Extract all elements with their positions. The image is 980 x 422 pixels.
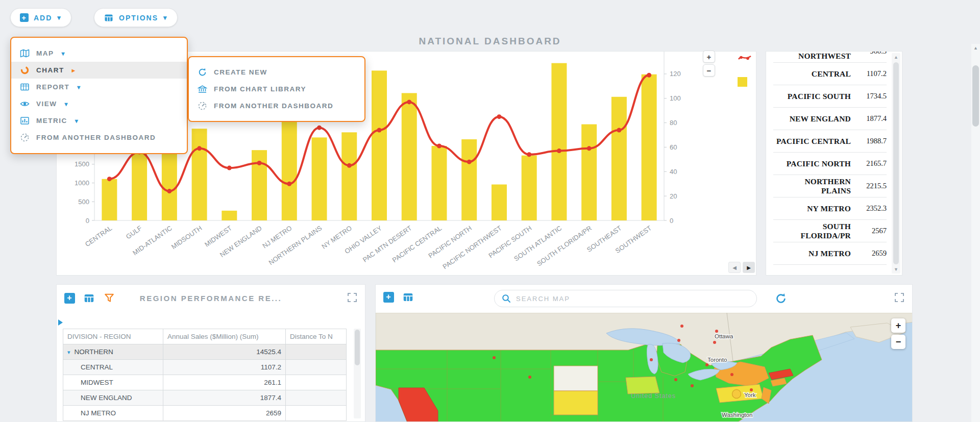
- bar[interactable]: [402, 93, 417, 220]
- menu-item-from-chart-library[interactable]: FROM CHART LIBRARY: [189, 81, 364, 97]
- line-point[interactable]: [197, 146, 202, 151]
- ranking-row[interactable]: PACIFIC SOUTH1734.5: [773, 85, 887, 108]
- ranking-scrollbar[interactable]: ▲ ▼: [892, 53, 900, 274]
- ranking-row[interactable]: PACIFIC NORTH2165.7: [773, 153, 887, 175]
- state-wyoming-nodata[interactable]: [554, 366, 598, 391]
- line-point[interactable]: [287, 182, 291, 186]
- ranking-row[interactable]: NY METRO2352.3: [773, 197, 887, 220]
- line-point[interactable]: [257, 161, 262, 165]
- cluster-marker[interactable]: [732, 390, 741, 399]
- scrollbar-thumb[interactable]: [355, 330, 360, 365]
- add-component-button[interactable]: +: [382, 290, 395, 304]
- legend-line-series-icon[interactable]: [738, 54, 753, 64]
- map-zoom-out-button[interactable]: −: [891, 335, 905, 349]
- line-point[interactable]: [347, 163, 352, 168]
- line-point[interactable]: [527, 152, 531, 157]
- menu-item-view[interactable]: VIEW ▾: [11, 95, 187, 112]
- scrollbar-thumb[interactable]: [893, 62, 899, 264]
- table-view-button[interactable]: [401, 290, 414, 304]
- menu-item-from-another-dashboard[interactable]: FROM ANOTHER DASHBOARD: [11, 129, 187, 146]
- menu-item-from-another-dashboard[interactable]: FROM ANOTHER DASHBOARD: [189, 97, 364, 114]
- options-button[interactable]: OPTIONS ▾: [94, 8, 178, 27]
- line-point[interactable]: [587, 146, 592, 151]
- ranking-row[interactable]: NJ METRO2659: [773, 242, 887, 265]
- column-header[interactable]: Distance To N: [286, 329, 347, 344]
- bar[interactable]: [312, 137, 327, 220]
- washington-label: Washington: [722, 412, 752, 418]
- line-point[interactable]: [617, 128, 621, 132]
- scroll-down-icon[interactable]: ▼: [892, 265, 900, 274]
- line-point[interactable]: [557, 148, 561, 153]
- scroll-up-icon[interactable]: ▲: [892, 53, 900, 61]
- column-header[interactable]: DIVISION - REGION: [63, 329, 163, 344]
- bar[interactable]: [282, 121, 297, 220]
- bar[interactable]: [492, 184, 507, 220]
- collapse-caret-icon[interactable]: ▾: [67, 349, 70, 355]
- page-prev-button[interactable]: ◀: [728, 262, 741, 273]
- menu-item-label: REPORT: [36, 83, 69, 91]
- bar[interactable]: [102, 179, 117, 220]
- bar[interactable]: [192, 129, 207, 220]
- add-component-button[interactable]: +: [63, 291, 76, 305]
- menu-item-metric[interactable]: METRIC ▾: [11, 112, 187, 129]
- map-zoom-in-button[interactable]: +: [891, 318, 905, 333]
- line-point[interactable]: [437, 144, 442, 148]
- bar[interactable]: [372, 70, 387, 220]
- table-row-group[interactable]: ▾NORTHERN 14525.4: [63, 344, 347, 360]
- us-choropleth-map[interactable]: Ottawa Toronto York Washington United St…: [376, 313, 913, 422]
- table-row[interactable]: CENTRAL 1107.2: [63, 360, 347, 375]
- table-scrollbar[interactable]: [354, 329, 361, 418]
- bar[interactable]: [522, 156, 537, 220]
- line-point[interactable]: [647, 73, 651, 78]
- region-name: MIDWEST: [63, 375, 163, 390]
- fullscreen-button[interactable]: [347, 292, 358, 303]
- line-point[interactable]: [497, 114, 501, 119]
- state-colorado-yellow[interactable]: [554, 391, 598, 415]
- panel-side-handle[interactable]: [58, 319, 63, 326]
- line-point[interactable]: [377, 128, 382, 132]
- ranking-row[interactable]: NEW ENGLAND1877.4: [773, 108, 887, 130]
- ranking-row[interactable]: PACIFIC CENTRAL1988.7: [773, 130, 887, 153]
- menu-item-map[interactable]: MAP ▾: [11, 45, 187, 62]
- bar[interactable]: [611, 97, 627, 220]
- bar[interactable]: [222, 211, 237, 220]
- line-point[interactable]: [407, 100, 411, 104]
- state-iowa-yellowgreen[interactable]: [626, 377, 659, 394]
- bar[interactable]: [551, 63, 567, 220]
- bar[interactable]: [341, 132, 357, 220]
- menu-item-chart[interactable]: CHART ▸: [11, 62, 187, 79]
- table-row[interactable]: NJ METRO 2659: [63, 406, 347, 421]
- column-header[interactable]: Annual Sales ($Million) (Sum): [163, 329, 286, 344]
- page-scrollbar[interactable]: ▲: [971, 44, 980, 422]
- line-point[interactable]: [167, 189, 172, 193]
- ranking-row[interactable]: CENTRAL1107.2: [773, 63, 887, 85]
- sales-value: 261.1: [163, 375, 286, 390]
- scroll-up-icon[interactable]: ▲: [971, 44, 980, 52]
- page-next-button[interactable]: ▶: [743, 262, 755, 273]
- fullscreen-button[interactable]: [894, 292, 905, 303]
- menu-item-create-new[interactable]: CREATE NEW: [189, 64, 364, 81]
- add-button[interactable]: + ADD ▾: [10, 8, 71, 27]
- ranking-row[interactable]: SOUTH FLORIDA/PR2567: [773, 220, 887, 242]
- map-refresh-button[interactable]: [772, 289, 790, 308]
- bar[interactable]: [461, 139, 477, 220]
- chart-zoom-in-button[interactable]: +: [703, 51, 715, 63]
- table-row[interactable]: NEW ENGLAND 1877.4: [63, 390, 347, 406]
- legend-bar-series-swatch[interactable]: [738, 77, 747, 87]
- ranking-row[interactable]: PACIFIC NORTHWEST960.5: [773, 51, 887, 63]
- ranking-row[interactable]: NORTHERN PLAINS2215.5: [773, 175, 887, 197]
- line-point[interactable]: [317, 126, 322, 130]
- line-point[interactable]: [227, 166, 232, 170]
- line-point[interactable]: [107, 177, 112, 181]
- map-search-input[interactable]: [516, 295, 749, 303]
- scrollbar-thumb[interactable]: [972, 65, 979, 127]
- chart-zoom-out-button[interactable]: −: [703, 64, 715, 77]
- line-point[interactable]: [467, 160, 472, 164]
- bar[interactable]: [252, 150, 267, 220]
- region-name: NJ METRO: [63, 406, 163, 421]
- menu-item-report[interactable]: REPORT ▾: [11, 79, 187, 95]
- bar[interactable]: [431, 146, 447, 220]
- bar[interactable]: [581, 125, 597, 220]
- bar[interactable]: [642, 75, 657, 220]
- table-row[interactable]: MIDWEST 261.1: [63, 375, 347, 390]
